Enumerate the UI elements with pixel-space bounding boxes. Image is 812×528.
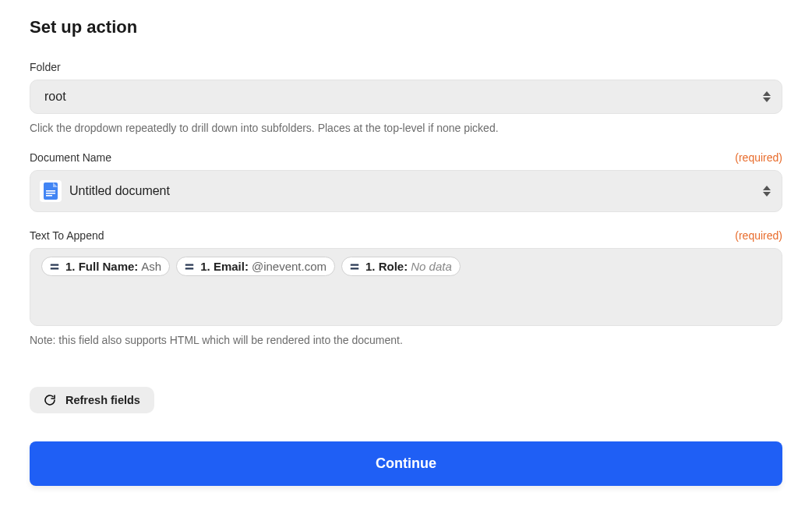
document-name-label: Document Name [30,151,111,164]
text-to-append-help: Note: this field also supports HTML whic… [30,334,782,346]
text-to-append-group: Text To Append (required) 1. Full Name: … [30,229,782,346]
svg-rect-4 [51,264,59,265]
source-icon [183,260,196,273]
svg-rect-6 [185,264,194,265]
document-name-value: Untitled document [69,184,170,198]
svg-rect-8 [351,264,359,265]
chip-prefix: 1. Email: [200,260,249,273]
continue-button[interactable]: Continue [30,441,782,486]
data-chip[interactable]: 1. Email: @inevent.com [176,257,335,276]
svg-rect-9 [351,268,359,269]
svg-rect-2 [46,193,55,194]
text-to-append-label: Text To Append [30,229,104,242]
chip-prefix: 1. Full Name: [65,260,138,273]
refresh-fields-button[interactable]: Refresh fields [30,387,154,413]
svg-rect-7 [185,268,194,269]
stepper-icon [763,186,771,197]
text-to-append-required: (required) [735,229,782,242]
page-title: Set up action [30,17,782,37]
text-to-append-input[interactable]: 1. Full Name: Ash1. Email: @inevent.com1… [30,248,782,326]
chip-value: @inevent.com [252,260,327,273]
document-name-select[interactable]: Untitled document [30,170,782,212]
svg-rect-3 [46,195,52,197]
refresh-fields-label: Refresh fields [65,394,140,406]
stepper-icon [763,91,771,102]
chip-value: No data [411,260,452,273]
chip-prefix: 1. Role: [365,260,408,273]
chip-value: Ash [141,260,161,273]
source-icon [348,260,361,273]
folder-group: Folder root Click the dropdown repeatedl… [30,61,782,134]
folder-help: Click the dropdown repeatedly to drill d… [30,122,782,134]
google-docs-icon [40,180,62,202]
folder-select[interactable]: root [30,80,782,114]
refresh-icon [44,394,56,406]
svg-rect-5 [51,268,59,269]
source-icon [48,260,61,273]
folder-value: root [44,90,66,104]
data-chip[interactable]: 1. Role: No data [341,257,461,276]
document-name-required: (required) [735,151,782,164]
svg-rect-1 [46,190,55,192]
data-chip[interactable]: 1. Full Name: Ash [41,257,170,276]
folder-label: Folder [30,61,61,73]
document-name-group: Document Name (required) Untitled docume… [30,151,782,212]
